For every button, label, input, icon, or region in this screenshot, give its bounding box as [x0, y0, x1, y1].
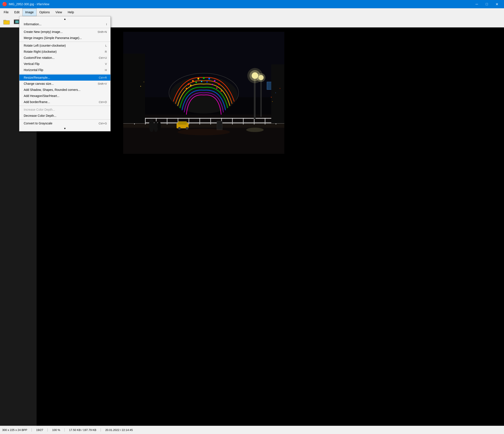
svg-rect-1: [3, 20, 6, 21]
svg-rect-30: [145, 118, 146, 124]
svg-rect-34: [189, 118, 189, 124]
menu-help[interactable]: Help: [65, 8, 77, 16]
svg-rect-27: [123, 123, 284, 128]
svg-point-57: [206, 81, 208, 83]
menu-vertical-flip[interactable]: Vertical Flip V: [19, 61, 110, 67]
separator-4: [19, 106, 110, 106]
scroll-up-button[interactable]: ▲: [19, 17, 110, 21]
menu-image[interactable]: Image: [22, 8, 36, 16]
svg-point-53: [186, 88, 187, 89]
menu-custom-rotation[interactable]: Custom/Fine rotation... Ctrl+U: [19, 55, 110, 61]
menu-options[interactable]: Options: [36, 8, 53, 16]
svg-rect-4: [16, 20, 17, 20]
svg-rect-80: [217, 121, 222, 130]
svg-point-51: [214, 80, 216, 82]
svg-point-56: [201, 81, 202, 82]
menu-rotate-left[interactable]: Rotate Left (counter-clockwise) L: [19, 43, 110, 49]
menu-merge-images[interactable]: Merge images (Simple Panorama image)...: [19, 35, 110, 41]
menu-add-hexagon[interactable]: Add Hexagon/Star/Heart...: [19, 93, 110, 99]
menu-edit[interactable]: Edit: [11, 8, 22, 16]
menu-information[interactable]: Information... I: [19, 21, 110, 27]
svg-rect-3: [14, 20, 15, 20]
svg-rect-35: [199, 118, 200, 124]
svg-point-58: [212, 84, 213, 85]
scroll-down-button[interactable]: ▼: [19, 126, 110, 131]
image-dropdown-menu: ▲ Information... I Create New (empty) im…: [19, 16, 111, 131]
menu-file[interactable]: File: [1, 8, 11, 16]
svg-point-46: [188, 83, 189, 85]
menubar: File Edit Image Options View Help: [0, 8, 504, 16]
svg-point-84: [144, 82, 144, 82]
maximize-button[interactable]: □: [482, 0, 492, 8]
svg-point-78: [178, 127, 181, 130]
svg-rect-9: [17, 23, 18, 24]
menu-view[interactable]: View: [53, 8, 65, 16]
close-button[interactable]: ✕: [492, 0, 502, 8]
svg-point-69: [257, 73, 265, 82]
status-position: 19/27: [36, 428, 48, 432]
menu-canvas-size[interactable]: Change canvas size... Shift+V: [19, 81, 110, 87]
svg-point-83: [140, 86, 141, 87]
svg-point-60: [221, 90, 222, 92]
svg-point-88: [272, 101, 273, 102]
svg-point-48: [198, 78, 199, 80]
svg-rect-81: [123, 54, 145, 123]
status-zoom: 100 %: [52, 428, 65, 432]
status-dimensions: 300 x 225 x 24 BPP: [2, 428, 32, 432]
window-controls: ─ □ ✕: [472, 0, 502, 8]
svg-rect-38: [232, 118, 233, 124]
svg-point-85: [271, 97, 272, 98]
svg-point-50: [208, 78, 210, 80]
svg-point-89: [246, 128, 264, 132]
svg-rect-0: [3, 20, 9, 24]
menu-add-border[interactable]: Add border/frame... Ctrl+D: [19, 99, 110, 105]
svg-point-59: [216, 87, 217, 89]
svg-point-86: [275, 92, 276, 93]
svg-point-49: [203, 77, 205, 79]
menu-horizontal-flip[interactable]: Horizontal Flip H: [19, 67, 110, 73]
app-icon: 🔴: [2, 2, 7, 7]
svg-point-52: [218, 83, 220, 85]
status-filesize: 17.50 KB / 197.79 KB: [69, 428, 101, 432]
svg-rect-82: [271, 65, 284, 123]
window-title: IMG_2952-300.jpg - IrfanView: [9, 2, 472, 6]
menu-rotate-right[interactable]: Rotate Right (clockwise) R: [19, 49, 110, 55]
svg-rect-39: [243, 118, 244, 124]
menu-increase-color: Increase Color Depth...: [19, 107, 110, 113]
svg-point-47: [192, 80, 194, 82]
separator-2: [19, 42, 110, 42]
svg-point-90: [178, 129, 230, 135]
titlebar: 🔴 IMG_2952-300.jpg - IrfanView ─ □ ✕: [0, 0, 504, 8]
svg-rect-11: [15, 20, 19, 23]
svg-rect-5: [17, 20, 18, 20]
menu-resize[interactable]: Resize/Resample... Ctrl+R: [19, 74, 110, 81]
menu-decrease-color[interactable]: Decrease Color Depth...: [19, 113, 110, 119]
svg-rect-32: [167, 118, 167, 124]
svg-rect-36: [210, 118, 211, 124]
svg-rect-41: [265, 118, 265, 124]
svg-rect-8: [16, 23, 17, 24]
open-button[interactable]: [2, 18, 11, 26]
svg-point-87: [279, 88, 280, 89]
svg-point-74: [154, 121, 158, 132]
menu-create-new[interactable]: Create New (empty) image... Shift+N: [19, 29, 110, 35]
menu-add-shadow[interactable]: Add Shadow, Shapes, Rounded corners...: [19, 87, 110, 93]
statusbar: 300 x 225 x 24 BPP 19/27 100 % 17.50 KB …: [0, 426, 504, 434]
svg-point-73: [149, 119, 154, 132]
minimize-button[interactable]: ─: [472, 0, 482, 8]
svg-rect-43: [123, 118, 284, 119]
status-datetime: 20.01.2022 / 22:14:45: [105, 428, 138, 432]
menu-grayscale[interactable]: Convert to Grayscale Ctrl+G: [19, 120, 110, 126]
svg-point-55: [196, 82, 197, 83]
svg-rect-66: [260, 78, 262, 117]
svg-rect-7: [14, 23, 15, 24]
svg-point-79: [186, 127, 188, 130]
svg-rect-77: [178, 121, 187, 125]
svg-rect-28: [123, 122, 284, 124]
svg-point-75: [157, 121, 161, 131]
svg-point-54: [190, 84, 191, 86]
image-display: SIGN: [123, 32, 284, 154]
